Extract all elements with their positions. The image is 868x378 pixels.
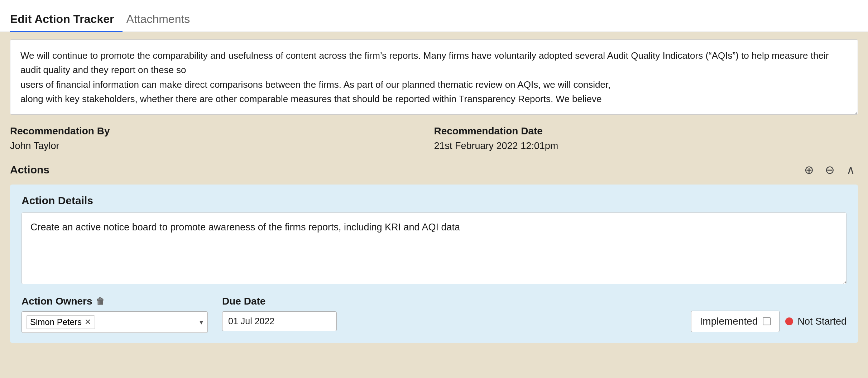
action-owners-col: Action Owners 🗑 Simon Peters ✕ ▾ bbox=[21, 296, 208, 333]
status-col: Implemented Not Started bbox=[351, 296, 847, 332]
due-date-col: Due Date bbox=[222, 296, 337, 331]
recommendation-date-label: Recommendation Date bbox=[434, 125, 858, 137]
actions-title: Actions bbox=[10, 164, 49, 176]
actions-header: Actions ⊕ ⊖ ∧ bbox=[10, 162, 858, 177]
recommendation-by-col: Recommendation By John Taylor bbox=[10, 125, 434, 152]
owner-name: Simon Peters bbox=[30, 317, 82, 327]
tab-attachments[interactable]: Attachments bbox=[126, 5, 198, 32]
page-container: Edit Action Tracker Attachments Recommen… bbox=[0, 0, 868, 378]
owner-select-dropdown[interactable]: Simon Peters ✕ ▾ bbox=[21, 311, 208, 333]
owner-dropdown-arrow-icon: ▾ bbox=[200, 318, 203, 326]
status-label: Not Started bbox=[797, 316, 847, 327]
recommendation-date-col: Recommendation Date 21st February 2022 1… bbox=[434, 125, 858, 152]
owner-tag-simon-peters: Simon Peters ✕ bbox=[26, 315, 95, 329]
status-indicator: Not Started bbox=[785, 316, 847, 327]
recommendation-by-label: Recommendation By bbox=[10, 125, 434, 137]
remove-action-button[interactable]: ⊖ bbox=[822, 162, 837, 177]
tab-header: Edit Action Tracker Attachments bbox=[0, 0, 868, 32]
recommendation-by-value: John Taylor bbox=[10, 140, 434, 152]
recommendation-date-value: 21st February 2022 12:01pm bbox=[434, 140, 858, 152]
main-content: Recommendation By John Taylor Recommenda… bbox=[0, 32, 868, 378]
actions-controls: ⊕ ⊖ ∧ bbox=[801, 162, 858, 177]
due-date-input[interactable] bbox=[222, 312, 337, 331]
due-date-label: Due Date bbox=[222, 296, 337, 307]
recommendation-row: Recommendation By John Taylor Recommenda… bbox=[10, 125, 858, 152]
implemented-label: Implemented bbox=[700, 316, 758, 327]
action-meta-row: Action Owners 🗑 Simon Peters ✕ ▾ bbox=[21, 296, 847, 333]
clear-owners-icon[interactable]: 🗑 bbox=[96, 296, 105, 306]
action-owners-label: Action Owners 🗑 bbox=[21, 296, 208, 307]
implemented-checkbox[interactable] bbox=[763, 317, 771, 325]
add-action-button[interactable]: ⊕ bbox=[801, 162, 816, 177]
tab-edit-action-tracker[interactable]: Edit Action Tracker bbox=[10, 5, 123, 32]
collapse-actions-button[interactable]: ∧ bbox=[843, 162, 858, 177]
implemented-button[interactable]: Implemented bbox=[691, 311, 780, 332]
status-dot-icon bbox=[785, 317, 793, 325]
actions-section: Actions ⊕ ⊖ ∧ Action Details Action Owne… bbox=[10, 162, 858, 343]
description-textarea[interactable] bbox=[10, 39, 858, 115]
due-date-input-wrapper bbox=[222, 311, 337, 331]
action-details-title: Action Details bbox=[21, 195, 847, 207]
action-detail-textarea[interactable] bbox=[21, 212, 847, 284]
remove-owner-simon-peters-icon[interactable]: ✕ bbox=[85, 317, 91, 327]
action-card: Action Details Action Owners 🗑 Simon Pet… bbox=[10, 185, 858, 343]
